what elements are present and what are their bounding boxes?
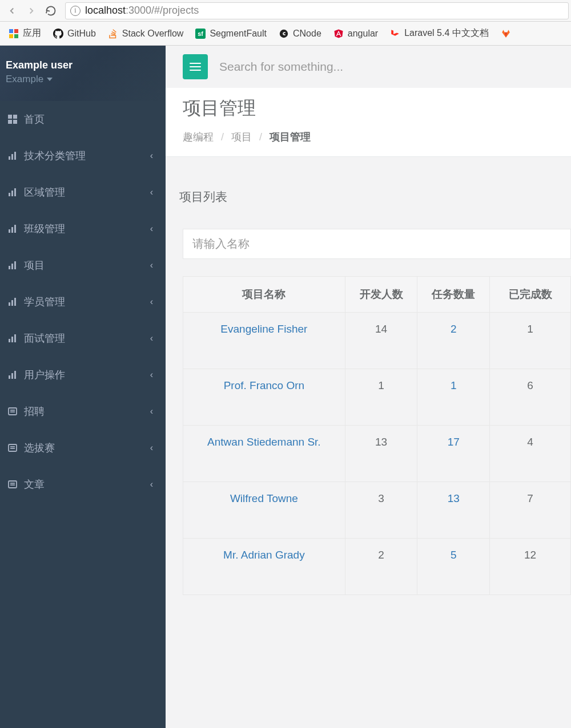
svg-rect-12 — [9, 229, 10, 233]
chevron-left-icon: ‹ — [150, 406, 153, 416]
project-name-link[interactable]: Wilfred Towne — [183, 482, 345, 539]
app-root: Example user Example 首页技术分类管理‹区域管理‹班级管理‹… — [0, 46, 571, 728]
svg-rect-4 — [8, 120, 12, 124]
doc-icon — [7, 480, 18, 489]
svg-rect-5 — [13, 120, 17, 124]
svg-rect-15 — [9, 266, 10, 269]
done-count: 12 — [490, 539, 571, 595]
laravel-icon — [389, 28, 401, 39]
cnode-icon — [278, 28, 289, 39]
task-count-link[interactable]: 17 — [417, 426, 490, 482]
project-name-link[interactable]: Prof. Franco Orn — [183, 369, 345, 426]
nav-item-7[interactable]: 用户操作‹ — [0, 357, 166, 393]
table-row: Mr. Adrian Grady2512 — [183, 539, 571, 595]
nav-item-10[interactable]: 文章‹ — [0, 466, 166, 503]
chevron-left-icon: ‹ — [150, 370, 153, 380]
dev-count: 3 — [345, 482, 417, 539]
chart-icon — [7, 151, 18, 160]
project-name-link[interactable]: Antwan Stiedemann Sr. — [183, 426, 345, 482]
svg-rect-19 — [11, 300, 13, 306]
panel-body: 项目名称开发人数任务数量已完成数 Evangeline Fisher1421Pr… — [183, 216, 571, 595]
svg-rect-2 — [8, 115, 12, 119]
nav-item-5[interactable]: 学员管理‹ — [0, 284, 166, 320]
menu-toggle-button[interactable] — [183, 54, 208, 79]
nav-item-9[interactable]: 选拔赛‹ — [0, 430, 166, 466]
chevron-left-icon: ‹ — [150, 297, 153, 307]
task-count-link[interactable]: 5 — [417, 539, 490, 595]
svg-rect-6 — [9, 156, 10, 160]
dev-count: 2 — [345, 539, 417, 595]
col-header-3: 已完成数 — [490, 277, 571, 313]
svg-rect-24 — [9, 375, 10, 379]
svg-rect-8 — [14, 152, 16, 160]
bookmark-angular[interactable]: angular — [327, 22, 384, 45]
nav-label: 招聘 — [24, 405, 45, 418]
nav-item-8[interactable]: 招聘‹ — [0, 393, 166, 430]
svg-rect-14 — [14, 225, 16, 233]
table-row: Prof. Franco Orn116 — [183, 369, 571, 426]
global-search-input[interactable] — [219, 60, 448, 74]
svg-rect-21 — [9, 339, 10, 342]
main-area: 项目管理 趣编程 / 项目 / 项目管理 项目列表 项目名称开发人数任务数量已完… — [166, 46, 571, 728]
name-filter-input[interactable] — [183, 229, 571, 259]
svg-rect-9 — [9, 193, 10, 196]
page-title: 项目管理 — [183, 96, 554, 121]
done-count: 7 — [490, 482, 571, 539]
svg-rect-3 — [13, 115, 17, 119]
svg-rect-17 — [14, 261, 16, 269]
bookmark-stackoverflow[interactable]: Stack Overflow — [102, 22, 190, 45]
nav-label: 用户操作 — [24, 368, 65, 382]
doc-icon — [7, 443, 18, 452]
nav-item-4[interactable]: 项目‹ — [0, 247, 166, 284]
grid-icon — [7, 115, 18, 124]
svg-rect-22 — [11, 337, 13, 342]
back-button[interactable] — [2, 1, 22, 21]
panel-title: 项目列表 — [179, 177, 571, 216]
svg-rect-33 — [9, 481, 17, 488]
sidebar: Example user Example 首页技术分类管理‹区域管理‹班级管理‹… — [0, 46, 166, 728]
user-name: Example user — [6, 59, 155, 71]
task-count-link[interactable]: 1 — [417, 369, 490, 426]
bookmark-github[interactable]: GitHub — [47, 22, 102, 45]
table-row: Evangeline Fisher1421 — [183, 313, 571, 369]
caret-down-icon — [47, 78, 53, 81]
forward-button[interactable] — [22, 1, 41, 21]
project-name-link[interactable]: Mr. Adrian Grady — [183, 539, 345, 595]
svg-rect-27 — [9, 408, 17, 415]
chart-icon — [7, 224, 18, 233]
hamburger-icon — [190, 63, 201, 71]
bookmark-cnode[interactable]: CNode — [272, 22, 327, 45]
dev-count: 14 — [345, 313, 417, 369]
bookmark-apps[interactable]: 应用 — [2, 22, 47, 45]
nav-label: 首页 — [24, 112, 45, 126]
svg-rect-23 — [14, 334, 16, 342]
user-role-dropdown[interactable]: Example — [6, 74, 155, 85]
chart-icon — [7, 370, 18, 379]
svg-rect-25 — [11, 373, 13, 379]
nav-item-2[interactable]: 区域管理‹ — [0, 174, 166, 211]
crumb-section[interactable]: 项目 — [231, 131, 252, 143]
chevron-left-icon: ‹ — [150, 443, 153, 453]
page-header: 项目管理 趣编程 / 项目 / 项目管理 — [166, 88, 571, 157]
reload-button[interactable] — [41, 1, 61, 21]
doc-icon — [7, 407, 18, 416]
nav-label: 选拔赛 — [24, 441, 55, 455]
crumb-root[interactable]: 趣编程 — [183, 131, 214, 143]
task-count-link[interactable]: 13 — [417, 482, 490, 539]
nav-item-1[interactable]: 技术分类管理‹ — [0, 137, 166, 174]
task-count-link[interactable]: 2 — [417, 313, 490, 369]
topbar — [166, 46, 571, 88]
nav-item-3[interactable]: 班级管理‹ — [0, 211, 166, 247]
chart-icon — [7, 297, 18, 306]
angular-icon — [333, 28, 344, 39]
bookmark-laravel[interactable]: Laravel 5.4 中文文档 — [384, 22, 494, 45]
project-name-link[interactable]: Evangeline Fisher — [183, 313, 345, 369]
site-info-icon[interactable]: i — [70, 6, 81, 16]
nav-item-0[interactable]: 首页 — [0, 101, 166, 137]
svg-rect-13 — [11, 227, 13, 233]
nav-item-6[interactable]: 面试管理‹ — [0, 320, 166, 357]
gitlab-icon — [500, 28, 512, 39]
url-bar[interactable]: i localhost:3000/#/projects — [65, 2, 569, 19]
bookmark-segmentfault[interactable]: sf SegmentFault — [189, 22, 272, 45]
bookmark-gitlab[interactable] — [494, 22, 517, 45]
